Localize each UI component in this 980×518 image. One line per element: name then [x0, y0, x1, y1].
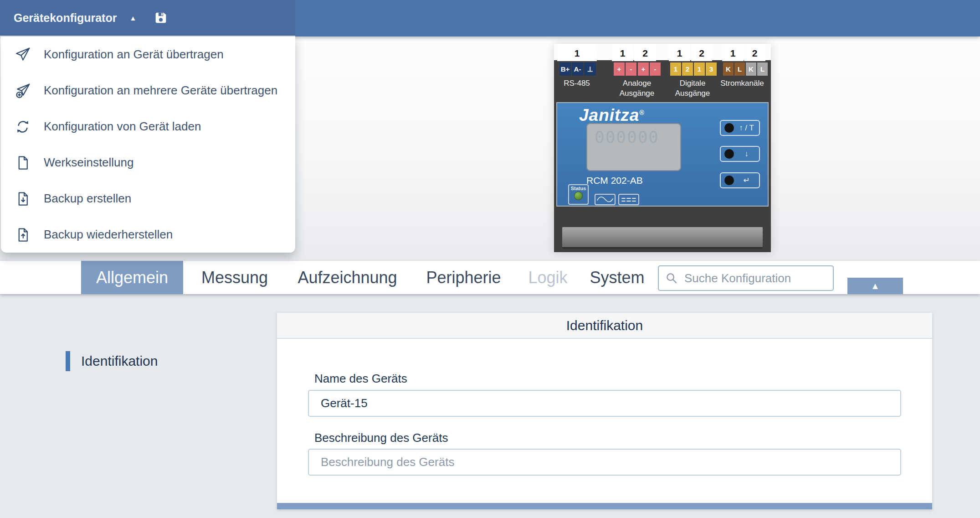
terminal-digital-1: 1 — [694, 62, 705, 76]
status-led-green — [574, 192, 583, 200]
send-multiple-icon — [15, 83, 31, 99]
menu-item-label: Konfiguration von Gerät laden — [44, 119, 201, 134]
analog-wave-icon — [595, 194, 616, 205]
terminal-number-tab: 2 — [744, 44, 765, 61]
menu-item-factory-settings[interactable]: Werkseinstellung — [1, 145, 295, 181]
device-lcd-display: 000000 — [586, 123, 681, 171]
terminal-group-label: Ausgänge — [610, 89, 664, 98]
collapse-panel-button[interactable]: ▲ — [847, 278, 903, 294]
terminal-group-label: Analoge — [610, 79, 664, 88]
sync-icon — [15, 119, 31, 135]
configuration-search-box — [658, 265, 834, 291]
terminal-digital-2: 2 — [682, 62, 693, 76]
selected-marker — [66, 351, 70, 371]
identifikation-panel: Identifikation Name des Geräts Beschreib… — [277, 313, 932, 509]
terminal-number-tab: 1 — [669, 44, 690, 61]
menu-item-transfer-to-multiple-devices[interactable]: Konfiguration an mehrere Geräte übertrag… — [1, 73, 295, 109]
button-dot — [724, 149, 734, 159]
save-icon — [154, 10, 168, 25]
search-icon — [665, 272, 678, 285]
menu-item-create-backup[interactable]: Backup erstellen — [1, 181, 295, 217]
terminal-group-label: Digitale — [665, 79, 720, 88]
device-configurator-menu-button[interactable]: Gerätekonfigurator ▲ — [0, 0, 295, 36]
terminal-analog-minus: - — [626, 62, 636, 76]
device-din-rail — [562, 227, 763, 249]
terminal-number-tab: 1 — [722, 44, 744, 61]
terminal-digital-3: 3 — [706, 62, 717, 76]
menu-title: Gerätekonfigurator — [14, 11, 117, 25]
menu-item-label: Konfiguration an Gerät übertragen — [44, 47, 224, 62]
terminal-rs485-a: A- — [572, 62, 583, 76]
sidebar-item-identifikation[interactable]: Identifikation — [66, 351, 158, 371]
device-button-up-t: ↑ / T — [720, 120, 760, 136]
file-icon — [15, 155, 31, 171]
terminal-number-tab: 1 — [557, 44, 597, 61]
terminal-current-k: K — [746, 62, 756, 76]
terminal-group-label: Ausgänge — [665, 89, 720, 98]
button-dot — [724, 123, 734, 133]
sidebar-item-label: Identifikation — [81, 353, 158, 369]
tab-peripherie[interactable]: Peripherie — [410, 261, 517, 294]
button-dot — [724, 176, 734, 185]
field-label-device-description: Beschreibung des Geräts — [314, 431, 448, 445]
device-front-face: Janitza® 000000 RCM 202-AB Status — [556, 102, 769, 207]
status-led-box: Status — [568, 184, 589, 205]
device-name-input[interactable] — [308, 390, 901, 417]
tab-aufzeichnung[interactable]: Aufzeichnung — [285, 261, 410, 294]
caret-up-icon: ▲ — [129, 14, 136, 22]
panel-body: Name des Geräts Beschreibung des Geräts — [277, 339, 932, 503]
menu-item-label: Backup erstellen — [44, 192, 131, 206]
terminal-analog-plus: + — [638, 62, 649, 76]
digital-dashes-icon — [618, 194, 639, 205]
terminal-current-l: L — [757, 62, 768, 76]
file-upload-icon — [15, 227, 31, 243]
configurator-dropdown-menu: Konfiguration an Gerät übertragen Konfig… — [1, 36, 295, 253]
device-preview-rcm202ab: 1 1 2 1 2 1 2 B+ A- ⊥ + - + - 1 2 1 3 K … — [554, 44, 771, 252]
status-label: Status — [569, 186, 588, 191]
terminal-group-label: Stromkanäle — [713, 79, 771, 88]
terminal-rs485-b: B+ — [559, 62, 571, 76]
field-label-device-name: Name des Geräts — [314, 372, 407, 386]
terminal-number-tab: 1 — [612, 44, 633, 61]
menu-item-load-from-device[interactable]: Konfiguration von Gerät laden — [1, 109, 295, 145]
panel-title: Identifikation — [277, 313, 932, 339]
device-button-down: ↓ — [720, 146, 760, 162]
device-description-input[interactable] — [308, 449, 901, 476]
terminal-analog-minus: - — [650, 62, 661, 76]
menu-item-transfer-to-device[interactable]: Konfiguration an Gerät übertragen — [1, 36, 295, 73]
menu-item-label: Werkseinstellung — [44, 155, 134, 170]
terminal-group-label: RS-485 — [554, 79, 600, 88]
terminal-analog-plus: + — [614, 62, 625, 76]
terminal-number-tab: 2 — [634, 44, 656, 61]
terminal-rs485-gnd: ⊥ — [584, 62, 596, 76]
send-icon — [15, 47, 31, 63]
menu-item-label: Konfiguration an mehrere Geräte übertrag… — [44, 83, 277, 98]
menu-item-restore-backup[interactable]: Backup wiederherstellen — [1, 217, 295, 253]
configuration-tab-bar: Allgemein Messung Aufzeichnung Peripheri… — [0, 261, 980, 294]
device-configurator-app: Gerätekonfigurator ▲ Konfiguration an Ge… — [0, 0, 980, 518]
terminal-digital-1: 1 — [670, 62, 681, 76]
lcd-value: 000000 — [595, 128, 659, 146]
tab-messung[interactable]: Messung — [187, 261, 282, 294]
search-input[interactable] — [683, 271, 838, 286]
caret-up-icon: ▲ — [871, 281, 880, 291]
file-download-icon — [15, 191, 31, 207]
top-bar: Gerätekonfigurator ▲ — [0, 0, 980, 36]
device-button-enter: ↵ — [720, 172, 760, 188]
save-button[interactable] — [154, 10, 168, 25]
panel-footer-bar — [277, 503, 932, 509]
terminal-current-k: K — [723, 62, 734, 76]
terminal-number-tab: 2 — [691, 44, 712, 61]
janitza-logo: Janitza® — [579, 106, 645, 125]
tab-logik: Logik — [517, 261, 579, 294]
menu-item-label: Backup wiederherstellen — [44, 228, 173, 242]
tab-allgemein[interactable]: Allgemein — [81, 261, 183, 294]
tab-system[interactable]: System — [580, 261, 655, 294]
device-model-label: RCM 202-AB — [586, 175, 643, 186]
terminal-current-l: L — [734, 62, 745, 76]
